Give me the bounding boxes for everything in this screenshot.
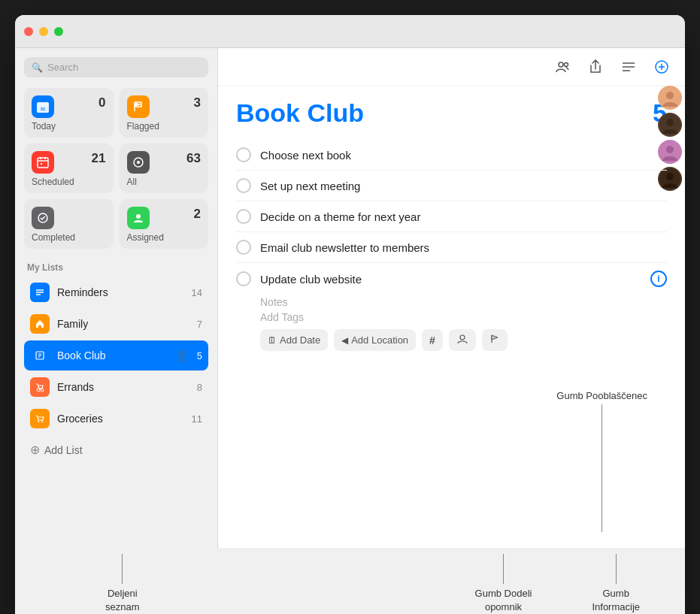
reminder-checkbox-3[interactable] (236, 209, 251, 224)
reminder-list: Choose next book Set up next meeting Dec… (236, 140, 667, 358)
reminder-row: Decide on a theme for next year (236, 201, 667, 232)
minimize-button[interactable] (39, 27, 48, 36)
add-list-button[interactable]: ⊕ Add List (24, 437, 208, 463)
today-count: 0 (98, 95, 105, 110)
errands-list-name: Errands (57, 381, 189, 393)
reminder-row: Set up next meeting (236, 171, 667, 201)
assigned-icon (127, 207, 150, 229)
avatar-1[interactable] (658, 86, 682, 110)
family-list-icon (30, 314, 50, 334)
location-icon: ◀ (341, 335, 348, 346)
reminder-text-1: Choose next book (260, 149, 667, 162)
list-title-row: Book Club 5 (236, 98, 667, 128)
reminder-checkbox-4[interactable] (236, 240, 251, 255)
bookclub-list-icon (30, 346, 50, 365)
reminder-checkbox-2[interactable] (236, 178, 251, 193)
reminders-list-name: Reminders (57, 286, 184, 298)
svg-point-24 (565, 63, 568, 67)
bookclub-list-name: Book Club (57, 349, 168, 361)
reminder-extra: Notes Add Tags 🗓 Add Date ◀ Add Location (236, 296, 667, 351)
reminder-checkbox-5[interactable] (236, 271, 251, 286)
view-options-button[interactable] (617, 56, 640, 78)
smart-list-assigned[interactable]: 2 Assigned (120, 199, 209, 249)
scheduled-icon (32, 151, 54, 174)
family-list-name: Family (57, 318, 189, 330)
svg-rect-1 (37, 102, 49, 106)
groceries-list-count: 11 (192, 413, 202, 425)
sidebar-item-family[interactable]: Family 7 (24, 309, 208, 339)
sidebar-item-errands[interactable]: Errands 8 (24, 372, 208, 402)
info-button[interactable]: i (650, 271, 667, 287)
calendar-icon: 🗓 (268, 335, 277, 346)
search-input[interactable]: Search (47, 62, 78, 73)
assign-icon (456, 333, 468, 347)
svg-rect-3 (38, 158, 48, 168)
smart-lists-grid: 31 0 Today (24, 88, 208, 249)
today-icon: 31 (32, 95, 54, 118)
svg-point-36 (666, 146, 674, 153)
flagged-icon (127, 95, 150, 118)
scheduled-label: Scheduled (32, 177, 106, 187)
all-count: 63 (186, 151, 201, 166)
maximize-button[interactable] (54, 27, 63, 36)
flag-button[interactable] (482, 329, 508, 351)
tag-icon: # (429, 334, 435, 346)
reminder-row-main: Update club website i (236, 271, 667, 287)
traffic-lights (24, 27, 63, 36)
tags-placeholder[interactable]: Add Tags (260, 311, 667, 323)
add-tag-button[interactable]: # (422, 329, 443, 351)
my-lists-section-title: My Lists (24, 262, 208, 273)
smart-list-today[interactable]: 31 0 Today (24, 88, 114, 138)
add-list-icon: ⊕ (30, 443, 40, 457)
flagged-count: 3 (194, 95, 201, 110)
svg-rect-7 (41, 163, 42, 165)
svg-point-11 (136, 214, 141, 219)
reminder-text-2: Set up next meeting (260, 180, 667, 192)
sidebar-item-bookclub[interactable]: Book Club 👤 5 (24, 340, 208, 371)
add-date-label: Add Date (280, 334, 320, 346)
smart-list-completed[interactable]: Completed (24, 199, 114, 249)
share-button[interactable] (584, 56, 607, 78)
reminder-row: Choose next book (236, 140, 667, 171)
annotation-shared-list: Deljeniseznam (105, 554, 140, 614)
assign-button[interactable] (449, 329, 476, 351)
add-location-button[interactable]: ◀ Add Location (334, 329, 416, 351)
add-date-button[interactable]: 🗓 Add Date (260, 329, 328, 351)
reminders-list-icon (30, 283, 50, 302)
detail-toolbar (218, 48, 685, 86)
delegate-button[interactable] (551, 56, 574, 78)
add-reminder-button[interactable] (650, 56, 673, 78)
notes-placeholder[interactable]: Notes (260, 296, 667, 308)
errands-list-count: 8 (197, 382, 202, 393)
svg-point-39 (460, 335, 465, 340)
reminder-checkbox-1[interactable] (236, 147, 251, 162)
all-icon (127, 151, 150, 174)
reminder-row: Email club newsletter to members (236, 232, 667, 263)
all-label: All (127, 177, 202, 187)
add-location-label: Add Location (351, 334, 408, 346)
list-title: Book Club (236, 98, 364, 128)
close-button[interactable] (24, 27, 33, 36)
sidebar-item-groceries[interactable]: Groceries 11 (24, 404, 208, 434)
assigned-label: Assigned (127, 232, 202, 243)
svg-point-23 (559, 62, 563, 67)
completed-label: Completed (32, 232, 106, 243)
reminder-text-3: Decide on a theme for next year (260, 210, 667, 223)
groceries-list-name: Groceries (57, 413, 184, 425)
today-label: Today (32, 121, 106, 132)
search-icon: 🔍 (32, 62, 43, 73)
sidebar-item-reminders[interactable]: Reminders 14 (24, 277, 208, 307)
smart-list-all[interactable]: 63 All (120, 144, 209, 193)
svg-point-34 (666, 119, 674, 126)
avatar-2[interactable] (658, 113, 682, 137)
svg-point-32 (666, 92, 674, 99)
smart-list-flagged[interactable]: 3 Flagged (120, 88, 209, 138)
search-bar[interactable]: 🔍 Search (24, 57, 208, 77)
errands-list-icon (30, 377, 50, 397)
groceries-list-icon (30, 409, 50, 428)
smart-list-scheduled[interactable]: 21 Scheduled (24, 144, 114, 193)
reminder-text-4: Email club newsletter to members (260, 241, 667, 254)
list-items: Reminders 14 Family 7 (24, 277, 208, 434)
completed-icon (32, 207, 54, 229)
action-bar: 🗓 Add Date ◀ Add Location # (260, 329, 667, 351)
